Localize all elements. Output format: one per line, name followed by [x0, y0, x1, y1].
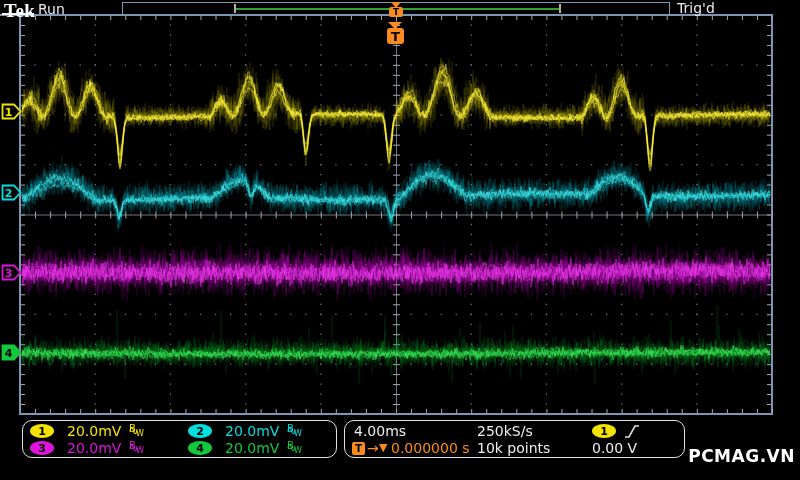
trigger-status: Trig'd — [677, 0, 715, 16]
channel-1-coupling-bw-icon: ∿BW — [128, 423, 143, 438]
trigger-delay-value: 0.000000 s — [391, 440, 470, 456]
channel-4-marker[interactable]: 4 — [1, 344, 22, 361]
svg-text:4: 4 — [5, 347, 13, 360]
record-view-right-bracket — [559, 4, 561, 13]
trigger-delay-t-icon: T — [352, 442, 365, 455]
record-view-left-bracket — [234, 4, 236, 13]
channel-2-badge[interactable]: 2 — [188, 424, 212, 438]
channel-1-badge[interactable]: 1 — [30, 424, 54, 438]
svg-text:3: 3 — [5, 267, 13, 280]
channel-4-coupling-bw-icon: ∿BW — [286, 440, 301, 455]
channel-1-scale: 20.0mV — [67, 423, 121, 439]
channel-2-marker[interactable]: 2 — [1, 184, 22, 201]
svg-text:2: 2 — [5, 187, 13, 200]
timebase-scale: 4.00ms — [354, 423, 406, 439]
tek-logo: Tek — [4, 0, 35, 22]
channel-4-scale: 20.0mV — [225, 440, 279, 456]
trigger-source-badge[interactable]: 1 — [592, 424, 616, 438]
trigger-level-value: 0.00 V — [592, 440, 637, 456]
channel-3-scale: 20.0mV — [67, 440, 121, 456]
acquisition-status: Run — [38, 1, 65, 17]
sample-rate: 250kS/s — [477, 423, 533, 439]
oscilloscope-screen: Tek Run Trig'd T T 1 2 3 4 1 20.0mV ∿BW … — [0, 0, 800, 480]
record-length: 10k points — [477, 440, 550, 456]
channel-3-marker[interactable]: 3 — [1, 264, 22, 281]
channel-4-badge[interactable]: 4 — [188, 441, 212, 455]
svg-text:1: 1 — [5, 106, 13, 119]
trigger-marker-t-icon: T — [389, 7, 403, 17]
channel-3-coupling-bw-icon: ∿BW — [128, 440, 143, 455]
watermark: PCMAG.VN — [688, 446, 795, 466]
tek-logo-underline — [2, 13, 34, 15]
trigger-marker-t-icon: T — [387, 28, 404, 44]
trigger-delay-flag-icon: ▼ — [379, 441, 387, 454]
channel-1-marker[interactable]: 1 — [1, 103, 22, 120]
trigger-delay-arrow-icon: → — [367, 440, 379, 456]
channel-2-scale: 20.0mV — [225, 423, 279, 439]
channel-3-badge[interactable]: 3 — [30, 441, 54, 455]
waveform-display — [0, 0, 800, 480]
channel-2-coupling-bw-icon: ∿BW — [286, 423, 301, 438]
